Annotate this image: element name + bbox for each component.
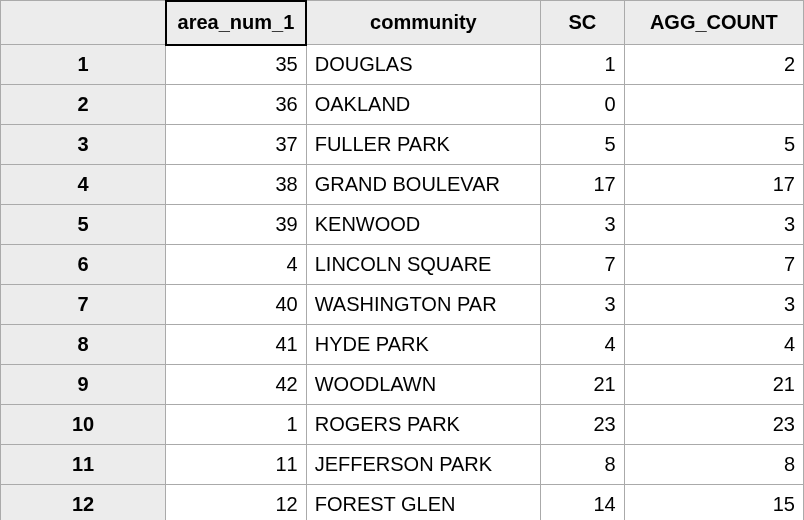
cell-community[interactable]: KENWOOD	[306, 205, 540, 245]
col-header-community[interactable]: community	[306, 1, 540, 45]
cell-community[interactable]: WASHINGTON PAR	[306, 285, 540, 325]
table-row: 10 1 ROGERS PARK 23 23	[1, 405, 804, 445]
cell-community[interactable]: WOODLAWN	[306, 365, 540, 405]
cell-sc[interactable]: 14	[541, 485, 625, 521]
col-header-sc[interactable]: SC	[541, 1, 625, 45]
cell-sc[interactable]: 23	[541, 405, 625, 445]
cell-agg-count[interactable]: 3	[624, 205, 803, 245]
cell-agg-count[interactable]: 8	[624, 445, 803, 485]
cell-area-num-1[interactable]: 12	[166, 485, 307, 521]
cell-sc[interactable]: 4	[541, 325, 625, 365]
cell-sc[interactable]: 5	[541, 125, 625, 165]
cell-sc[interactable]: 8	[541, 445, 625, 485]
cell-agg-count[interactable]	[624, 85, 803, 125]
cell-sc[interactable]: 3	[541, 205, 625, 245]
table-row: 11 11 JEFFERSON PARK 8 8	[1, 445, 804, 485]
cell-community[interactable]: GRAND BOULEVAR	[306, 165, 540, 205]
cell-community[interactable]: DOUGLAS	[306, 45, 540, 85]
cell-community[interactable]: FULLER PARK	[306, 125, 540, 165]
cell-area-num-1[interactable]: 36	[166, 85, 307, 125]
table-row: 2 36 OAKLAND 0	[1, 85, 804, 125]
data-table: area_num_1 community SC AGG_COUNT 1 35 D…	[0, 0, 804, 520]
row-index-cell[interactable]: 9	[1, 365, 166, 405]
row-index-header	[1, 1, 166, 45]
cell-agg-count[interactable]: 4	[624, 325, 803, 365]
cell-community[interactable]: HYDE PARK	[306, 325, 540, 365]
cell-area-num-1[interactable]: 11	[166, 445, 307, 485]
cell-area-num-1[interactable]: 42	[166, 365, 307, 405]
col-header-area-num-1[interactable]: area_num_1	[166, 1, 307, 45]
cell-area-num-1[interactable]: 39	[166, 205, 307, 245]
row-index-cell[interactable]: 2	[1, 85, 166, 125]
cell-sc[interactable]: 7	[541, 245, 625, 285]
cell-sc[interactable]: 21	[541, 365, 625, 405]
table-row: 1 35 DOUGLAS 1 2	[1, 45, 804, 85]
row-index-cell[interactable]: 4	[1, 165, 166, 205]
cell-community[interactable]: LINCOLN SQUARE	[306, 245, 540, 285]
row-index-cell[interactable]: 11	[1, 445, 166, 485]
table-row: 12 12 FOREST GLEN 14 15	[1, 485, 804, 521]
cell-agg-count[interactable]: 23	[624, 405, 803, 445]
cell-area-num-1[interactable]: 41	[166, 325, 307, 365]
col-header-agg-count[interactable]: AGG_COUNT	[624, 1, 803, 45]
row-index-cell[interactable]: 12	[1, 485, 166, 521]
cell-area-num-1[interactable]: 38	[166, 165, 307, 205]
cell-agg-count[interactable]: 2	[624, 45, 803, 85]
cell-sc[interactable]: 0	[541, 85, 625, 125]
cell-area-num-1[interactable]: 1	[166, 405, 307, 445]
cell-area-num-1[interactable]: 40	[166, 285, 307, 325]
cell-agg-count[interactable]: 3	[624, 285, 803, 325]
header-row: area_num_1 community SC AGG_COUNT	[1, 1, 804, 45]
table-row: 3 37 FULLER PARK 5 5	[1, 125, 804, 165]
row-index-cell[interactable]: 8	[1, 325, 166, 365]
cell-community[interactable]: JEFFERSON PARK	[306, 445, 540, 485]
cell-sc[interactable]: 1	[541, 45, 625, 85]
table-row: 9 42 WOODLAWN 21 21	[1, 365, 804, 405]
cell-area-num-1[interactable]: 4	[166, 245, 307, 285]
row-index-cell[interactable]: 5	[1, 205, 166, 245]
row-index-cell[interactable]: 7	[1, 285, 166, 325]
row-index-cell[interactable]: 1	[1, 45, 166, 85]
row-index-cell[interactable]: 3	[1, 125, 166, 165]
row-index-cell[interactable]: 6	[1, 245, 166, 285]
table-row: 7 40 WASHINGTON PAR 3 3	[1, 285, 804, 325]
cell-agg-count[interactable]: 7	[624, 245, 803, 285]
cell-sc[interactable]: 3	[541, 285, 625, 325]
table-row: 4 38 GRAND BOULEVAR 17 17	[1, 165, 804, 205]
cell-community[interactable]: ROGERS PARK	[306, 405, 540, 445]
cell-sc[interactable]: 17	[541, 165, 625, 205]
table-row: 8 41 HYDE PARK 4 4	[1, 325, 804, 365]
cell-agg-count[interactable]: 17	[624, 165, 803, 205]
cell-community[interactable]: FOREST GLEN	[306, 485, 540, 521]
table-row: 5 39 KENWOOD 3 3	[1, 205, 804, 245]
row-index-cell[interactable]: 10	[1, 405, 166, 445]
cell-area-num-1[interactable]: 35	[166, 45, 307, 85]
cell-agg-count[interactable]: 15	[624, 485, 803, 521]
cell-agg-count[interactable]: 5	[624, 125, 803, 165]
cell-area-num-1[interactable]: 37	[166, 125, 307, 165]
cell-community[interactable]: OAKLAND	[306, 85, 540, 125]
table-row: 6 4 LINCOLN SQUARE 7 7	[1, 245, 804, 285]
table-body: 1 35 DOUGLAS 1 2 2 36 OAKLAND 0 3 37 FUL…	[1, 45, 804, 521]
cell-agg-count[interactable]: 21	[624, 365, 803, 405]
